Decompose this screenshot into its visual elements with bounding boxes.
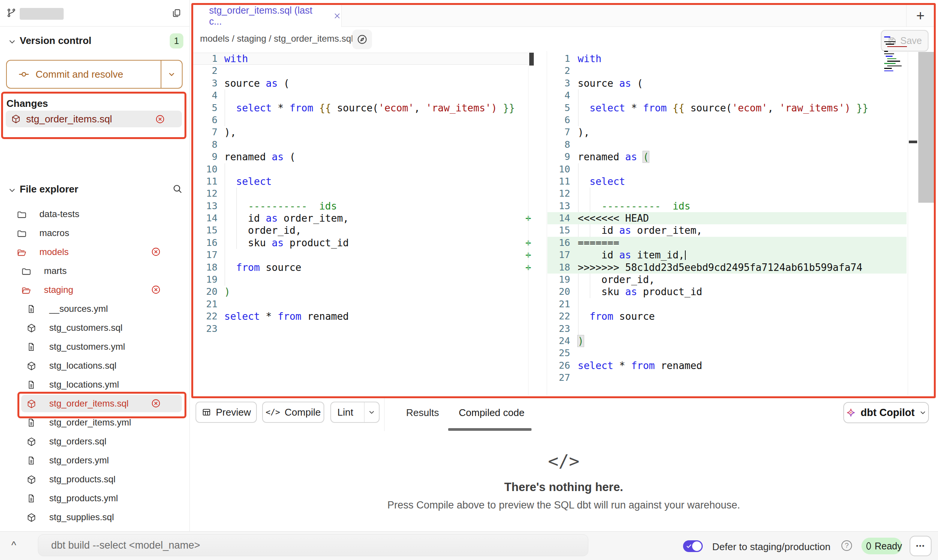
code-line[interactable]: 12 <box>193 188 528 200</box>
code-line[interactable]: 6 <box>193 114 528 126</box>
version-control-title: Version control <box>20 35 91 47</box>
code-line[interactable]: 23 <box>193 323 528 335</box>
command-input[interactable]: dbt build --select <model_name> <box>38 534 588 556</box>
lineage-icon[interactable] <box>352 30 372 49</box>
tree-item[interactable]: stg_locations.sql <box>0 356 189 375</box>
code-line[interactable]: 8 <box>547 139 907 151</box>
code-line[interactable]: 3source as ( <box>547 77 907 89</box>
right-pane-scrollbar[interactable] <box>909 141 917 143</box>
code-line[interactable]: 1with <box>193 53 528 65</box>
code-line[interactable]: 19 <box>193 274 528 286</box>
change-x-icon[interactable] <box>151 285 161 295</box>
version-control-collapse-icon[interactable] <box>8 38 16 45</box>
code-line[interactable]: 16 sku as product_id <box>193 237 528 249</box>
code-line[interactable]: 4 <box>193 89 528 102</box>
code-line[interactable]: 1with <box>547 53 907 65</box>
copy-icon[interactable] <box>171 8 181 18</box>
tree-item[interactable]: stg_customers.sql <box>0 318 189 337</box>
tab-stg-order-items[interactable]: stg_order_items.sql (last c... <box>193 5 342 27</box>
code-line[interactable]: 13 ---------- ids <box>547 200 907 212</box>
more-options-button[interactable]: ••• <box>910 536 932 556</box>
minimap[interactable] <box>884 36 907 74</box>
code-line[interactable]: 11 select <box>193 175 528 188</box>
lint-button[interactable]: Lint <box>330 402 380 423</box>
code-line[interactable]: 4 <box>547 89 907 102</box>
code-line[interactable]: 11 select <box>547 175 907 188</box>
minimap-slider[interactable] <box>918 52 936 203</box>
code-line[interactable]: 22 from source <box>547 310 907 322</box>
line-number: 22 <box>193 310 220 322</box>
tree-item[interactable]: models <box>0 242 189 261</box>
code-editor-left-pane[interactable]: 1with23source as (45 select * from {{ so… <box>193 53 528 335</box>
code-line[interactable]: 12 <box>547 188 907 200</box>
code-line[interactable]: 10 <box>547 163 907 175</box>
tree-item[interactable]: staging <box>0 280 189 299</box>
commit-dropdown-button[interactable] <box>161 61 182 88</box>
code-line[interactable]: 7), <box>547 126 907 138</box>
code-line[interactable]: 10 <box>193 163 528 175</box>
defer-toggle[interactable] <box>683 540 703 552</box>
code-line[interactable]: 17 <box>193 249 528 261</box>
code-line[interactable]: +18>>>>>>> 58c1dd23d5eebd9cd2495fa7124ab… <box>547 261 907 274</box>
code-line[interactable]: 5 select * from {{ source('ecom', 'raw_i… <box>547 102 907 114</box>
tree-item[interactable]: macros <box>0 224 189 242</box>
code-line[interactable]: +16======= <box>547 237 907 249</box>
code-line[interactable]: +17 id as item_id, <box>547 249 907 261</box>
code-editor-right-pane[interactable]: 1with23source as (45 select * from {{ so… <box>547 53 907 384</box>
help-icon[interactable]: ? <box>841 540 852 551</box>
code-line[interactable]: 6 <box>547 114 907 126</box>
tree-item[interactable]: data-tests <box>0 205 189 224</box>
code-line[interactable]: 25 <box>547 347 907 359</box>
code-line[interactable]: +14<<<<<<< HEAD <box>547 212 907 224</box>
code-line[interactable]: 2 <box>193 65 528 77</box>
code-line[interactable]: 19 order_id, <box>547 274 907 286</box>
dbt-copilot-button[interactable]: dbt Copilot <box>843 402 929 423</box>
code-line[interactable]: 2 <box>547 65 907 77</box>
discard-change-icon[interactable] <box>155 114 165 124</box>
change-x-icon[interactable] <box>151 247 161 257</box>
code-line[interactable]: 21 <box>547 298 907 310</box>
code-line[interactable]: 24) <box>547 335 907 347</box>
line-number: 13 <box>547 200 573 212</box>
code-line[interactable]: 9renamed as ( <box>193 151 528 163</box>
file-explorer-collapse-icon[interactable] <box>8 186 16 194</box>
code-line[interactable]: 9renamed as ( <box>547 151 907 163</box>
compile-button[interactable]: </> Compile <box>262 402 324 423</box>
code-line[interactable]: 15 id as order_item, <box>547 224 907 236</box>
tab-compiled-code[interactable]: Compiled code <box>459 407 524 419</box>
tab-results[interactable]: Results <box>406 407 439 419</box>
tree-item[interactable]: stg_customers.yml <box>0 337 189 356</box>
tree-item[interactable]: stg_orders.sql <box>0 432 189 451</box>
lint-dropdown-button[interactable] <box>364 402 379 422</box>
code-line[interactable]: 8 <box>193 139 528 151</box>
new-tab-button[interactable]: + <box>906 5 934 27</box>
code-line[interactable]: 7), <box>193 126 528 138</box>
code-line[interactable]: 22select * from renamed <box>193 310 528 322</box>
tree-item[interactable]: stg_order_items.yml <box>0 413 189 432</box>
code-line[interactable]: 21 <box>193 298 528 310</box>
preview-button[interactable]: Preview <box>195 402 257 423</box>
tree-item[interactable]: __sources.yml <box>0 299 189 318</box>
code-line[interactable]: 3source as ( <box>193 77 528 89</box>
code-line[interactable]: 23 <box>547 323 907 335</box>
code-line[interactable]: 20 sku as product_id <box>547 286 907 298</box>
commit-and-resolve-button[interactable]: Commit and resolve <box>6 60 183 89</box>
tree-item[interactable]: stg_order_items.sql <box>0 394 189 413</box>
changed-file-item[interactable]: stg_order_items.sql <box>6 111 182 127</box>
tree-item[interactable]: stg_locations.yml <box>0 375 189 394</box>
left-pane-scrollbar[interactable] <box>529 53 534 66</box>
search-icon[interactable] <box>172 183 183 194</box>
code-line[interactable]: 13 ---------- ids <box>193 200 528 212</box>
code-line[interactable]: 14 id as order_item, <box>193 212 528 224</box>
tree-item[interactable]: marts <box>0 261 189 280</box>
code-line[interactable]: 15 order_id, <box>193 224 528 236</box>
code-line[interactable]: 26select * from renamed <box>547 360 907 372</box>
code-line[interactable]: 27 <box>547 372 907 384</box>
collapse-panel-icon[interactable]: ^ <box>11 540 16 551</box>
code-line[interactable]: 5 select * from {{ source('ecom', 'raw_i… <box>193 102 528 114</box>
tab-close-icon[interactable] <box>333 12 341 20</box>
change-x-icon[interactable] <box>151 398 161 408</box>
line-number: 5 <box>193 102 220 114</box>
code-line[interactable]: 18 from source <box>193 261 528 274</box>
code-line[interactable]: 20) <box>193 286 528 298</box>
